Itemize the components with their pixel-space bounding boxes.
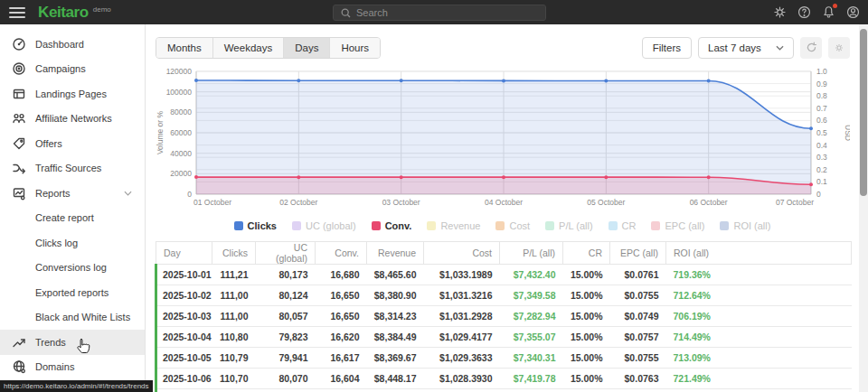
cell-uc-global-: 79,823 [256, 327, 316, 348]
sidebar-item-offers[interactable]: Offers [0, 131, 145, 156]
cell-cost: $592.2839 [424, 389, 500, 392]
account-avatar-icon[interactable] [845, 5, 861, 20]
table-row[interactable]: 2025-10-02111,0080,12416,650$8,380.90$1,… [156, 285, 852, 306]
legend-item-uc-global-[interactable]: UC (global) [292, 220, 356, 231]
settings-gear-icon[interactable] [772, 5, 788, 20]
cell-day: 2025-10-03 [156, 306, 212, 327]
cell-p-l-all-: $7,349.58 [500, 285, 563, 306]
legend-item-cr[interactable]: CR [609, 220, 637, 231]
sidebar-item-campaigns[interactable]: Campaigns [0, 57, 145, 82]
column-header-cr[interactable]: CR [563, 242, 610, 265]
sidebar-item-conversions-log[interactable]: Conversions log [0, 256, 145, 281]
global-search[interactable] [333, 5, 546, 21]
column-header-conv-[interactable]: Conv. [316, 242, 367, 265]
sidebar-item-label: Traffic Sources [35, 163, 101, 173]
refresh-button[interactable] [800, 37, 822, 59]
demo-badge: demo [93, 5, 111, 14]
period-tabs: MonthsWeekdaysDaysHours [156, 37, 381, 59]
svg-text:04 October: 04 October [485, 198, 523, 207]
tab-months[interactable]: Months [156, 38, 213, 58]
sidebar-item-domains[interactable]: Domains [0, 355, 145, 380]
top-bar: Keitaro demo [0, 0, 868, 24]
sidebar-item-label: Landings Pages [35, 89, 107, 99]
chart-settings-button[interactable] [828, 37, 850, 59]
cell-epc-all-: $0.0761 [610, 265, 666, 285]
cell-cost: $1,029.3633 [424, 348, 500, 369]
svg-text:Volume or %: Volume or % [156, 110, 165, 154]
sidebar-item-label: Dashboard [35, 39, 84, 50]
sidebar-item-exported-reports[interactable]: Exported reports [0, 280, 145, 305]
svg-text:05 October: 05 October [587, 198, 625, 207]
tab-weekdays[interactable]: Weekdays [213, 38, 284, 58]
notifications-bell-icon[interactable] [821, 5, 836, 20]
cell-revenue: $8,465.60 [367, 265, 424, 285]
column-header-p-l-all-[interactable]: P/L (all) [500, 242, 563, 265]
cell-clicks: 111,21 [212, 265, 256, 285]
cell-revenue: $8,448.17 [367, 369, 424, 389]
date-range-value: Last 7 days [708, 42, 761, 53]
column-header-roi-all-[interactable]: ROI (all) [666, 242, 852, 265]
cell-roi-all-: 712.64% [666, 285, 852, 306]
svg-text:0: 0 [187, 190, 192, 199]
column-header-cost[interactable]: Cost [424, 242, 500, 265]
legend-item-p-l-all-[interactable]: P/L (all) [545, 220, 593, 231]
scrollbar-thumb[interactable] [860, 29, 867, 196]
sidebar-item-traffic-sources[interactable]: Traffic Sources [0, 156, 145, 182]
legend-item-conv-[interactable]: Conv. [372, 220, 412, 231]
sidebar-item-reports[interactable]: Reports [0, 181, 145, 206]
chart-svg: 02000040000600008000010000012000000.10.2… [155, 62, 850, 214]
cell-roi-all-: 719.36% [666, 265, 852, 285]
sidebar-item-dashboard[interactable]: Dashboard [0, 32, 145, 57]
legend-item-clicks[interactable]: Clicks [234, 220, 277, 231]
table-row[interactable]: 2025-10-04110,8079,82316,620$8,384.49$1,… [156, 327, 852, 348]
sidebar-item-create-report[interactable]: Create report [0, 206, 145, 231]
table-row[interactable]: 2025-10-01111,2180,17316,680$8,465.60$1,… [156, 265, 852, 285]
table-row[interactable]: 2025-10-05110,7979,94116,617$8,369.67$1,… [156, 348, 852, 369]
tab-days[interactable]: Days [284, 38, 330, 58]
legend-item-epc-all-[interactable]: EPC (all) [651, 220, 704, 231]
trends-toolbar: MonthsWeekdaysDaysHours Filters Last 7 d… [155, 36, 850, 59]
legend-item-cost[interactable]: Cost [495, 220, 530, 231]
help-icon[interactable] [797, 5, 812, 20]
legend-item-roi-all-[interactable]: ROI (all) [720, 220, 770, 231]
reports-icon [12, 186, 26, 201]
landings-icon [12, 87, 26, 101]
svg-text:0.2: 0.2 [816, 165, 827, 174]
cell-revenue: $4,777.71 [367, 389, 424, 392]
cell-cr: 15.00% [563, 306, 610, 327]
column-header-revenue[interactable]: Revenue [367, 242, 424, 265]
table-row[interactable]: 2025-10-03111,0080,05716,650$8,314.23$1,… [156, 306, 852, 327]
tab-hours[interactable]: Hours [330, 38, 380, 58]
sidebar-item-black-and-white-lists[interactable]: Black and White Lists [0, 305, 145, 331]
trends-chart[interactable]: 02000040000600008000010000012000000.10.2… [155, 62, 850, 214]
filters-button[interactable]: Filters [642, 37, 692, 59]
search-input[interactable] [356, 7, 528, 18]
chevron-down-icon [776, 45, 784, 51]
legend-item-revenue[interactable]: Revenue [427, 220, 480, 231]
cell-revenue: $8,314.23 [367, 306, 424, 327]
legend-label: ROI (all) [733, 220, 770, 231]
date-range-select[interactable]: Last 7 days [698, 37, 794, 59]
sidebar-item-landings-pages[interactable]: Landings Pages [0, 81, 145, 107]
column-header-uc-global-[interactable]: UC (global) [256, 242, 316, 265]
sidebar-item-affiliate-networks[interactable]: Affiliate Networks [0, 107, 145, 132]
sidebar-item-label: Offers [35, 138, 62, 149]
menu-icon[interactable] [9, 7, 25, 18]
cell-revenue: $8,380.90 [367, 285, 424, 306]
svg-text:06 October: 06 October [690, 198, 728, 207]
table-row[interactable]: 2025-10-0764,1644,1579,444$4,777.71$592.… [156, 389, 852, 392]
cell-conv-: 16,604 [316, 369, 367, 389]
svg-text:0.9: 0.9 [816, 79, 827, 89]
table-row[interactable]: 2025-10-06110,7080,07016,604$8,448.17$1,… [156, 369, 852, 389]
page-scrollbar[interactable] [859, 24, 868, 392]
sidebar-item-trends[interactable]: Trends [0, 330, 145, 355]
search-icon [340, 7, 352, 19]
cell-conv-: 16,650 [316, 306, 367, 327]
column-header-clicks[interactable]: Clicks [212, 242, 256, 265]
cell-roi-all-: 713.09% [666, 348, 852, 369]
column-header-epc-all-[interactable]: EPC (all) [610, 242, 666, 265]
legend-label: EPC (all) [665, 220, 704, 231]
sidebar-item-clicks-log[interactable]: Clicks log [0, 230, 145, 256]
column-header-day[interactable]: Day [156, 242, 212, 265]
legend-swatch [372, 221, 381, 230]
